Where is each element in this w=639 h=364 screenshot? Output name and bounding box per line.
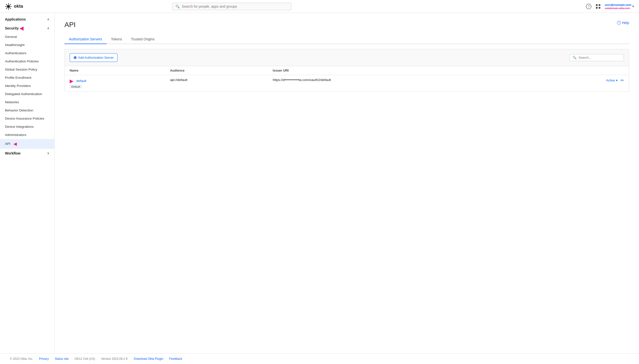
table-cell-issuer-uri: https://d••••••••••••ta.com/oauth2/defau… [268, 75, 524, 92]
sidebar-section-security-chevron-icon: ∧ [47, 26, 49, 30]
row-arrow-icon: ▶ [70, 78, 73, 84]
sidebar-item-profile-enrollment[interactable]: Profile Enrollment [0, 74, 54, 82]
api-arrow-icon: ◀ [13, 142, 17, 146]
card-toolbar: ⊕ Add Authorization Server 🔍 [65, 49, 629, 66]
footer-version: Version 2023.09.2 E [101, 357, 128, 360]
sidebar-item-global-session-policy[interactable]: Global Session Policy [0, 65, 54, 74]
top-navigation: okta 🔍 ? user@example.com subdomain.okta… [0, 0, 639, 13]
tab-tokens[interactable]: Tokens [107, 35, 126, 44]
help-icon[interactable]: ? [586, 4, 591, 9]
svg-point-0 [7, 5, 10, 8]
sidebar-section-workflow-chevron-icon: ∨ [47, 152, 49, 155]
user-subdomain: subdomain.okta.com [605, 7, 631, 10]
server-badge: Default [70, 85, 82, 88]
grid-icon[interactable] [595, 4, 601, 9]
tab-authorization-servers[interactable]: Authorization Servers [65, 35, 107, 44]
api-tabs: Authorization Servers Tokens Trusted Ori… [65, 35, 629, 44]
main-layout: Applications ∧ Security ◀ ∧ General Heal… [0, 13, 639, 353]
authorization-servers-card: ⊕ Add Authorization Server 🔍 Name Audien… [65, 49, 629, 92]
search-box-icon: 🔍 [572, 56, 576, 60]
search-icon: 🔍 [175, 4, 180, 8]
sidebar-item-device-assurance-policies[interactable]: Device Assurance Policies [0, 114, 54, 122]
footer-privacy[interactable]: Privacy [39, 357, 49, 360]
sidebar-section-applications-label: Applications [5, 17, 26, 21]
sidebar-item-api[interactable]: API ◀ [0, 139, 54, 149]
svg-text:?: ? [618, 22, 620, 24]
logo-text: okta [14, 4, 23, 9]
sidebar-item-administrators[interactable]: Administrators [0, 131, 54, 139]
footer-feedback[interactable]: Feedback [169, 357, 182, 360]
footer-status-site[interactable]: Status site [55, 357, 69, 360]
help-link[interactable]: ? Help [617, 21, 629, 25]
page-title: API [65, 21, 76, 29]
sidebar-item-device-integrations[interactable]: Device Integrations [0, 122, 54, 131]
svg-text:?: ? [588, 5, 589, 8]
sidebar-section-security[interactable]: Security ◀ ∧ [0, 23, 54, 33]
svg-line-8 [6, 8, 7, 8]
table-header-issuer-uri: Issuer URI [268, 66, 524, 75]
user-name: user@example.com [605, 3, 631, 7]
tab-trusted-origins[interactable]: Trusted Origins [126, 35, 159, 44]
user-chevron-icon: ▾ [632, 4, 634, 8]
svg-rect-14 [599, 7, 600, 9]
search-box[interactable]: 🔍 [569, 54, 624, 61]
sidebar-item-delegated-authentication[interactable]: Delegated Authentication [0, 90, 54, 98]
help-circle-icon: ? [617, 21, 621, 25]
sidebar-item-healthinsight[interactable]: HealthInsight [0, 41, 54, 49]
table-header-name: Name [65, 66, 165, 75]
global-search-input[interactable] [182, 4, 288, 8]
sidebar-section-security-label: Security [5, 26, 19, 30]
okta-logo-icon [5, 3, 12, 10]
svg-line-7 [10, 4, 11, 5]
sidebar-item-authentication-policies[interactable]: Authentication Policies [0, 57, 54, 65]
okta-logo[interactable]: okta [5, 3, 23, 10]
user-profile[interactable]: user@example.com subdomain.okta.com ▾ [605, 3, 634, 10]
main-content: API ? Help Authorization Servers Tokens … [55, 13, 639, 353]
sidebar-items-security: General HealthInsight Authenticators Aut… [0, 33, 54, 149]
table-row: ▶ default Default api://default https://… [65, 75, 629, 92]
page-header: API ? Help [65, 21, 629, 29]
footer-cell: OK12 Cell (US) [75, 357, 95, 360]
plus-icon: ⊕ [73, 55, 77, 60]
footer-download-plugin[interactable]: Download Okta Plugin [134, 357, 163, 360]
footer-copyright: © 2023 Okta, Inc. [10, 357, 33, 360]
footer: © 2023 Okta, Inc. Privacy Status site OK… [0, 353, 639, 364]
sidebar: Applications ∧ Security ◀ ∧ General Heal… [0, 13, 55, 353]
sidebar-section-applications[interactable]: Applications ∧ [0, 15, 54, 23]
search-input[interactable] [578, 56, 621, 60]
table-cell-audience: api://default [165, 75, 268, 92]
edit-icon[interactable]: ✏ [621, 78, 624, 83]
svg-rect-13 [596, 7, 598, 9]
svg-rect-11 [596, 4, 598, 6]
sidebar-section-workflow[interactable]: Workflow ∨ [0, 149, 54, 157]
svg-rect-12 [599, 4, 600, 6]
status-badge[interactable]: Active ▾ [606, 78, 618, 82]
svg-line-5 [6, 4, 7, 5]
authorization-servers-table: Name Audience Issuer URI ▶ default Def [65, 66, 629, 91]
sidebar-section-workflow-label: Workflow [5, 151, 21, 155]
security-arrow-icon: ◀ [20, 25, 23, 31]
sidebar-item-behavior-detection[interactable]: Behavior Detection [0, 106, 54, 114]
global-search-bar[interactable]: 🔍 [172, 3, 291, 10]
table-header-status [525, 66, 629, 75]
sidebar-item-authenticators[interactable]: Authenticators [0, 49, 54, 57]
nav-right: ? user@example.com subdomain.okta.com ▾ [586, 3, 634, 10]
add-authorization-server-button[interactable]: ⊕ Add Authorization Server [70, 53, 118, 62]
table-cell-status: Active ▾ ✏ [525, 75, 629, 92]
sidebar-section-applications-chevron-icon: ∧ [47, 18, 49, 21]
status-chevron-icon: ▾ [616, 78, 618, 82]
sidebar-item-networks[interactable]: Networks [0, 98, 54, 106]
table-cell-name: ▶ default Default [65, 75, 165, 92]
server-name-link[interactable]: default [76, 79, 87, 83]
sidebar-item-general[interactable]: General [0, 33, 54, 41]
table-header-audience: Audience [165, 66, 268, 75]
svg-line-6 [10, 8, 11, 8]
row-actions: Active ▾ ✏ [530, 78, 624, 83]
sidebar-item-identity-providers[interactable]: Identity Providers [0, 82, 54, 90]
